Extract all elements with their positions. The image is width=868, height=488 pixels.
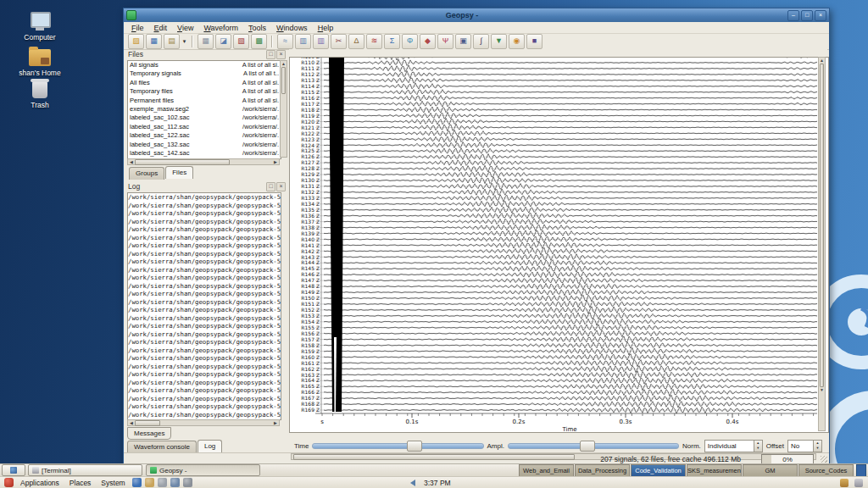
clock[interactable]: 3:37 PM [424,479,451,487]
float-dock-icon[interactable]: □ [266,50,275,59]
resize-grip[interactable] [821,456,827,463]
signal-table-icon[interactable]: ≈ [277,34,293,49]
file-row[interactable]: labeled_sac_102.sac/work/sierra/. [128,114,281,122]
menu-tools[interactable]: Tools [244,24,270,32]
panel-menu-applications[interactable]: Applications [15,479,64,487]
workspace-gm[interactable]: GM [743,464,798,477]
file-row[interactable]: labeled_sac_142.sac/work/sierra/. [128,149,281,158]
search-launcher-icon[interactable] [158,478,167,487]
printer-icon[interactable] [854,479,863,487]
time-slider[interactable] [312,443,483,449]
seismic-waveform-view[interactable]: R109 ZR110 ZR111 ZR112 ZR113 ZR114 ZR115… [289,57,829,433]
close-dock-icon[interactable]: × [276,182,286,191]
group-table-icon[interactable]: ▥ [295,34,311,49]
scroll-down-icon[interactable]: ▼ [819,387,825,393]
tab-files[interactable]: Files [165,166,193,179]
tab-waveform-console[interactable]: Waveform console [127,441,197,453]
time-slider-knob[interactable] [407,441,422,452]
open-icon[interactable]: ▨ [128,34,144,49]
ampl-slider[interactable] [508,443,679,449]
tab-log[interactable]: Log [198,440,222,452]
print-icon[interactable]: ▤ [164,34,180,49]
tab-messages[interactable]: Messages [127,427,171,440]
close-dock-icon[interactable]: × [276,50,286,59]
spinner-icon[interactable]: ▲▼ [813,441,821,452]
spinner-icon[interactable]: ▲▼ [754,441,762,452]
mail-launcher-icon[interactable] [145,478,154,487]
chart-view-icon[interactable]: ▩ [251,34,267,49]
desktop-icon-computer[interactable]: Computer [10,12,70,42]
files-list[interactable]: All signalsA list of all si.Temporary si… [127,60,281,159]
waveform-vscrollbar[interactable]: ▲ ▼ [818,57,826,431]
minimize-button[interactable]: – [787,10,799,21]
save-icon[interactable]: ▦ [146,34,162,49]
show-desktop-button[interactable] [2,464,25,476]
map-view-icon[interactable]: ▧ [233,34,249,49]
volume-icon[interactable] [407,480,415,486]
close-button[interactable]: × [815,10,826,21]
file-row[interactable]: labeled_sac_122.sac/work/sierra/. [128,131,281,140]
log-hscrollbar[interactable]: ◀ ▶ [127,419,280,426]
rotate-icon[interactable]: Φ [402,34,418,49]
menu-help[interactable]: Help [314,24,338,32]
files-hscrollbar[interactable]: ◀ ▶ [127,158,280,165]
scroll-thumb[interactable] [135,159,230,165]
taper-icon[interactable]: Δ [348,34,364,49]
scroll-up-icon[interactable]: ▲ [819,58,825,64]
tab-groups[interactable]: Groups [129,167,164,180]
table-view-icon[interactable]: ▦ [198,34,214,49]
camera-launcher-icon[interactable] [183,478,192,487]
scroll-thumb[interactable] [281,67,286,94]
log-output[interactable]: /work/sierra/shan/geopsypack/geopsypack-… [127,192,281,420]
resample-icon[interactable]: Σ [384,34,400,49]
menu-edit[interactable]: Edit [150,24,172,32]
scroll-up-icon[interactable]: ▲ [281,61,287,67]
workspace-source_codes[interactable]: Source_Codes [798,464,854,477]
menu-view[interactable]: View [173,24,198,32]
menu-waveform[interactable]: Waveform [199,24,242,32]
print-dropdown-arrow-icon[interactable]: ▾ [181,35,188,48]
file-row[interactable]: Temporary filesA list of all si. [128,87,281,96]
panel-menu-places[interactable]: Places [64,479,97,487]
file-row[interactable]: labeled_sac_132.sac/work/sierra/. [128,141,281,149]
desktop-icon-trash[interactable]: Trash [10,81,70,109]
export-icon[interactable]: ■ [526,34,542,49]
scroll-left-icon[interactable]: ◀ [128,420,135,425]
menu-windows[interactable]: Windows [272,24,312,32]
scroll-right-icon[interactable]: ▶ [272,420,279,425]
workspace-code_validation[interactable]: Code_Validation [631,464,686,477]
panel-menu-system[interactable]: System [96,479,130,487]
desktop-icon-home[interactable]: shan's Home [10,49,70,77]
spectrum-icon[interactable]: ∫ [473,34,489,49]
ampl-slider-knob[interactable] [580,441,595,452]
float-dock-icon[interactable]: □ [266,182,275,191]
correlate-icon[interactable]: ▣ [455,34,471,49]
graphic-view-icon[interactable]: ◪ [215,34,231,49]
file-row[interactable]: exemple_masw.seg2/work/sierra/. [128,105,281,114]
files-vscrollbar[interactable]: ▲ [280,60,287,158]
stack-icon[interactable]: Ψ [437,34,453,49]
filter-icon[interactable]: ≋ [366,34,382,49]
offset-select[interactable]: No ▲▼ [787,440,822,452]
titlebar[interactable]: Geopsy - – □ × [124,8,829,22]
array-analysis-icon[interactable]: ▼ [491,34,507,49]
taskbar-window-geopsy[interactable]: Geopsy - [146,464,260,476]
scroll-thumb[interactable] [135,420,160,426]
scroll-thumb[interactable] [820,64,824,387]
scroll-left-icon[interactable]: ◀ [128,159,135,164]
norm-select[interactable]: Individual ▲▼ [704,440,763,452]
taskbar-window-terminal[interactable]: [Terminal] [28,464,142,476]
file-row[interactable]: All signalsA list of all si. [128,61,281,69]
file-row[interactable]: labeled_sac_112.sac/work/sierra/. [128,123,281,131]
menu-file[interactable]: File [127,24,148,32]
file-row[interactable]: All filesA list of all si. [128,79,281,87]
workspace-sks_measurement[interactable]: SKS_measurement [687,464,742,477]
hv-icon[interactable]: ◉ [509,34,525,49]
maximize-button[interactable]: □ [801,10,813,21]
workspace-data_processing[interactable]: Data_Processing [575,464,630,477]
browser-launcher-icon[interactable] [132,478,142,487]
package-update-icon[interactable] [840,479,849,487]
subarray-icon[interactable]: ▥ [313,34,329,49]
file-row[interactable]: Temporary signalsA list of all t.. [128,69,281,78]
scroll-right-icon[interactable]: ▶ [272,159,279,164]
